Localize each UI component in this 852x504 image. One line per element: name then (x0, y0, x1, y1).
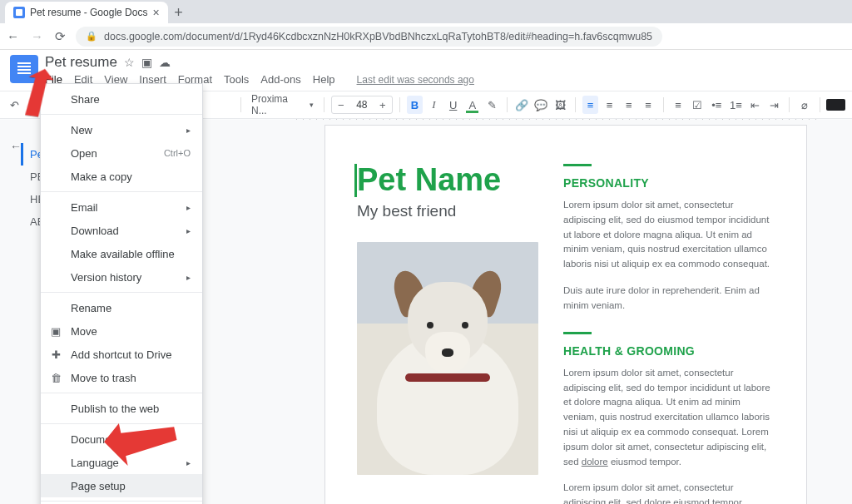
section-paragraph[interactable]: Lorem ipsum dolor sit amet, consectetur … (563, 481, 775, 504)
section-paragraph[interactable]: Lorem ipsum dolor sit amet, consectetur … (563, 198, 775, 272)
menu-item-label: Open (71, 147, 97, 160)
file-menu-make-a-copy[interactable]: Make a copy (41, 165, 202, 188)
reload-icon[interactable]: ⟳ (55, 29, 66, 44)
menu-item-label: Move to trash (71, 372, 136, 384)
document-page[interactable]: Pet Name My best friend PERSONALITY Lore… (324, 125, 807, 504)
url-field[interactable]: 🔒 docs.google.com/document/d/1Ryd46Kcdbc… (76, 27, 662, 47)
decrease-font-icon[interactable]: − (332, 96, 350, 114)
menu-item-label: Download (71, 225, 119, 237)
browser-tab[interactable]: Pet resume - Google Docs × (5, 2, 168, 23)
menu-item-label: Page setup (71, 480, 126, 492)
last-edit-status[interactable]: Last edit was seconds ago (357, 74, 474, 86)
trash-icon: 🗑 (49, 372, 62, 384)
menu-item-label: Share (71, 93, 100, 106)
bulleted-list-icon[interactable]: •≡ (709, 96, 725, 114)
bold-button[interactable]: B (407, 96, 423, 114)
line-spacing-icon[interactable]: ≡ (670, 96, 686, 114)
section-heading-personality[interactable]: PERSONALITY (563, 176, 775, 190)
align-left-icon[interactable]: ≡ (582, 96, 598, 114)
heading-pet-name[interactable]: Pet Name (354, 164, 538, 197)
menu-item-label: Add shortcut to Drive (71, 348, 171, 361)
menu-item-label: Make available offline (71, 248, 175, 260)
section-rule (563, 332, 592, 334)
menu-help[interactable]: Help (313, 73, 335, 86)
move-icon[interactable]: ▣ (141, 56, 152, 69)
file-menu-publish-to-the-web[interactable]: Publish to the web (41, 397, 202, 420)
docs-favicon (13, 7, 25, 18)
submenu-caret-icon: ▸ (186, 126, 191, 135)
file-menu-open[interactable]: OpenCtrl+O (41, 141, 202, 165)
file-menu-make-available-offline[interactable]: Make available offline (41, 242, 202, 265)
file-menu-download[interactable]: Download▸ (41, 219, 202, 242)
new-tab-button[interactable]: + (168, 2, 190, 23)
insert-image-icon[interactable]: 🖼 (552, 96, 568, 114)
checklist-icon[interactable]: ☑ (690, 96, 706, 114)
submenu-caret-icon: ▸ (186, 203, 191, 212)
font-family-select[interactable]: Proxima N... ▾ (248, 96, 317, 114)
menu-separator (41, 114, 202, 115)
underline-button[interactable]: U (445, 96, 461, 114)
file-menu-move-to-trash[interactable]: 🗑Move to trash (41, 366, 202, 389)
font-size-value[interactable]: 48 (350, 99, 374, 111)
undo-icon[interactable]: ↶ (7, 96, 22, 114)
close-tab-icon[interactable]: × (152, 7, 159, 18)
file-menu-language[interactable]: Language▸ (41, 451, 202, 474)
section-paragraph[interactable]: Lorem ipsum dolor sit amet, consectetur … (563, 366, 775, 470)
submenu-caret-icon: ▸ (186, 226, 191, 235)
tab-title: Pet resume - Google Docs (30, 7, 147, 18)
insert-comment-icon[interactable]: 💬 (533, 96, 549, 114)
menu-item-label: Publish to the web (71, 403, 159, 415)
decrease-indent-icon[interactable]: ⇤ (747, 96, 763, 114)
folder-icon: ▣ (49, 325, 62, 338)
file-menu-add-shortcut-to-drive[interactable]: ✚Add shortcut to Drive (41, 343, 202, 366)
star-icon[interactable]: ☆ (124, 56, 135, 69)
menu-addons[interactable]: Add-ons (260, 73, 300, 86)
menu-separator (41, 501, 202, 502)
font-size-stepper[interactable]: − 48 + (331, 96, 393, 114)
menu-item-label: Email (71, 201, 98, 214)
clear-formatting-icon[interactable]: ⌀ (796, 96, 812, 114)
menu-item-label: Language (71, 457, 119, 469)
address-bar: ← → ⟳ 🔒 docs.google.com/document/d/1Ryd4… (0, 23, 852, 50)
document-title[interactable]: Pet resume (45, 54, 117, 71)
file-menu-version-history[interactable]: Version history▸ (41, 265, 202, 289)
text-color-button[interactable]: A (464, 96, 480, 114)
file-menu-move[interactable]: ▣Move (41, 319, 202, 343)
insert-link-icon[interactable]: 🔗 (513, 96, 529, 114)
lock-icon: 🔒 (86, 31, 97, 42)
menu-tools[interactable]: Tools (224, 73, 249, 86)
section-paragraph[interactable]: Duis aute irure dolor in reprehenderit. … (563, 284, 775, 314)
file-menu-email[interactable]: Email▸ (41, 195, 202, 219)
submenu-caret-icon: ▸ (186, 458, 191, 467)
forward-icon[interactable]: → (31, 29, 43, 44)
menu-separator (41, 191, 202, 192)
redaction-bar (826, 99, 845, 111)
menu-separator (41, 423, 202, 424)
back-icon[interactable]: ← (7, 29, 19, 44)
highlight-button[interactable]: ✎ (483, 96, 499, 114)
menu-item-label: Make a copy (71, 170, 132, 183)
section-heading-health[interactable]: HEALTH & GROOMING (563, 344, 775, 358)
outline-back-icon[interactable]: ← (10, 140, 22, 153)
menu-item-label: Move (71, 325, 97, 338)
italic-button[interactable]: I (426, 96, 442, 114)
cloud-status-icon[interactable]: ☁ (159, 56, 171, 69)
menu-item-label: Document details (71, 433, 154, 446)
subtitle[interactable]: My best friend (357, 202, 538, 220)
increase-indent-icon[interactable]: ⇥ (766, 96, 782, 114)
google-docs-logo-icon[interactable] (10, 55, 38, 83)
align-justify-icon[interactable]: ≡ (640, 96, 656, 114)
align-right-icon[interactable]: ≡ (621, 96, 637, 114)
numbered-list-icon[interactable]: 1≡ (728, 96, 744, 114)
shortcut-icon: ✚ (49, 348, 62, 361)
file-menu-new[interactable]: New▸ (41, 118, 202, 141)
file-menu-rename[interactable]: Rename (41, 296, 202, 319)
file-menu-document-details[interactable]: Document details (41, 427, 202, 451)
increase-font-icon[interactable]: + (374, 96, 392, 114)
menu-separator (41, 292, 202, 293)
align-center-icon[interactable]: ≡ (602, 96, 617, 114)
menu-item-label: New (71, 124, 92, 136)
pet-photo[interactable] (357, 242, 538, 475)
file-menu-page-setup[interactable]: Page setup (41, 474, 202, 497)
file-menu-share[interactable]: Share (41, 87, 202, 111)
